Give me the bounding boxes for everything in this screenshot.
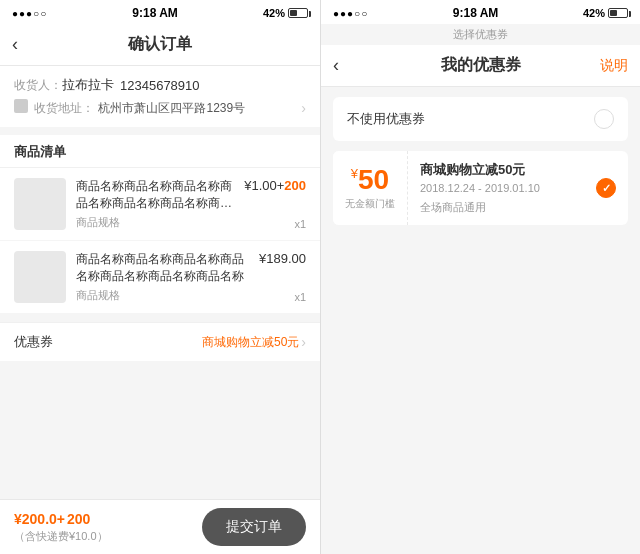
coupon-value-area: 商城购物立减50元 › bbox=[202, 334, 306, 351]
nav-right-label[interactable]: 说明 bbox=[600, 57, 628, 75]
signal-area: ●●●○○ bbox=[12, 8, 47, 19]
price-rmb-1: ¥1.00+ bbox=[244, 178, 284, 193]
total-amount: ¥200.0+ 200 bbox=[14, 511, 108, 527]
right-phone: ●●●○○ 9:18 AM 42% 选择优惠券 ‹ 我的优惠券 说明 不使用优惠… bbox=[320, 0, 640, 554]
time-right: 9:18 AM bbox=[453, 6, 499, 20]
nav-title-left: 确认订单 bbox=[128, 34, 192, 55]
battery-pct-right: 42% bbox=[583, 7, 605, 19]
coupon-card[interactable]: ¥ 50 无金额门槛 商城购物立减50元 2018.12.24 - 2019.0… bbox=[333, 151, 628, 225]
bottom-bar-left: ¥200.0+ 200 （含快递费¥10.0） 提交订单 bbox=[0, 499, 320, 554]
product-qty-1: x1 bbox=[294, 218, 306, 230]
coupon-row[interactable]: 优惠券 商城购物立减50元 › bbox=[0, 322, 320, 361]
address-text: 收货地址： 杭州市萧山区四平路1239号 bbox=[34, 98, 245, 117]
product-price-qty-1: ¥1.00+200 x1 bbox=[238, 178, 306, 230]
price-coin-1: 200 bbox=[284, 178, 306, 193]
products-section-title: 商品清单 bbox=[0, 135, 320, 168]
product-price-1: ¥1.00+200 bbox=[244, 178, 306, 193]
address-icon bbox=[14, 99, 28, 113]
coupon-selection-area: 不使用优惠券 ¥ 50 无金额门槛 商城购物立减50元 2018.12.24 -… bbox=[321, 87, 640, 243]
status-bar-left: ●●●○○ 9:18 AM 42% bbox=[0, 0, 320, 24]
signal-dots-right: ●●●○○ bbox=[333, 8, 368, 19]
battery-icon-right bbox=[608, 8, 628, 18]
spacer bbox=[0, 361, 320, 441]
time-left: 9:18 AM bbox=[132, 6, 178, 20]
recipient-name-row: 收货人： 拉布拉卡 12345678910 bbox=[14, 76, 306, 94]
coupon-symbol: ¥ bbox=[351, 166, 358, 181]
product-price-2: ¥189.00 bbox=[259, 251, 306, 266]
address-value: 杭州市萧山区四平路1239号 bbox=[98, 101, 245, 115]
product-info-2: 商品名称商品名称商品名称商品名称商品名称商品名称商品名称 商品规格 bbox=[76, 251, 246, 303]
no-coupon-option[interactable]: 不使用优惠券 bbox=[333, 97, 628, 141]
right-content: 不使用优惠券 ¥ 50 无金额门槛 商城购物立减50元 2018.12.24 -… bbox=[321, 87, 640, 554]
battery-icon-left bbox=[288, 8, 308, 18]
coupon-date: 2018.12.24 - 2019.01.10 bbox=[420, 182, 572, 194]
address-arrow: › bbox=[301, 100, 306, 116]
address-left: 收货地址： 杭州市萧山区四平路1239号 bbox=[14, 98, 245, 117]
page-subtitle: 选择优惠券 bbox=[321, 24, 640, 45]
back-button-right[interactable]: ‹ bbox=[333, 53, 345, 78]
no-coupon-label: 不使用优惠券 bbox=[347, 110, 425, 128]
recipient-card: 收货人： 拉布拉卡 12345678910 收货地址： 杭州市萧山区四平路123… bbox=[0, 66, 320, 127]
recipient-phone: 12345678910 bbox=[120, 78, 200, 93]
total-rmb: ¥200.0+ bbox=[14, 511, 65, 527]
total-section: ¥200.0+ 200 （含快递费¥10.0） bbox=[14, 511, 108, 544]
address-label: 收货地址： bbox=[34, 101, 94, 115]
signal-dots: ●●●○○ bbox=[12, 8, 47, 19]
status-bar-right: ●●●○○ 9:18 AM 42% bbox=[321, 0, 640, 24]
coupon-scope: 全场商品通用 bbox=[420, 200, 572, 215]
recipient-name: 拉布拉卡 bbox=[62, 76, 114, 94]
product-image-2 bbox=[14, 251, 66, 303]
address-row[interactable]: 收货地址： 杭州市萧山区四平路1239号 › bbox=[14, 98, 306, 117]
total-coin: 200 bbox=[67, 511, 90, 527]
back-button-left[interactable]: ‹ bbox=[12, 32, 24, 57]
total-shipping: （含快递费¥10.0） bbox=[14, 529, 108, 544]
product-item-2: 商品名称商品名称商品名称商品名称商品名称商品名称商品名称 商品规格 ¥189.0… bbox=[0, 241, 320, 314]
coupon-check-icon bbox=[596, 178, 616, 198]
product-item-1: 商品名称商品名称商品名称商品名称商品名称商品名称商品名称 商品规格 ¥1.00+… bbox=[0, 168, 320, 241]
product-spec-1: 商品规格 bbox=[76, 215, 238, 230]
recipient-label: 收货人： bbox=[14, 77, 62, 94]
product-image-1 bbox=[14, 178, 66, 230]
coupon-amount-area: ¥ 50 无金额门槛 bbox=[333, 151, 408, 225]
coupon-amount-display: ¥ 50 bbox=[351, 166, 389, 194]
left-content: 收货人： 拉布拉卡 12345678910 收货地址： 杭州市萧山区四平路123… bbox=[0, 66, 320, 499]
signal-area-right: ●●●○○ bbox=[333, 8, 368, 19]
battery-area-left: 42% bbox=[263, 7, 308, 19]
coupon-value: 商城购物立减50元 bbox=[202, 334, 299, 351]
product-name-2: 商品名称商品名称商品名称商品名称商品名称商品名称商品名称 bbox=[76, 251, 246, 285]
coupon-label: 优惠券 bbox=[14, 333, 53, 351]
nav-bar-right: ‹ 我的优惠券 说明 bbox=[321, 45, 640, 87]
products-section: 商品清单 商品名称商品名称商品名称商品名称商品名称商品名称商品名称 商品规格 ¥… bbox=[0, 135, 320, 314]
coupon-threshold: 无金额门槛 bbox=[345, 197, 395, 211]
coupon-arrow: › bbox=[301, 334, 306, 350]
nav-bar-left: ‹ 确认订单 bbox=[0, 24, 320, 66]
product-qty-2: x1 bbox=[294, 291, 306, 303]
product-info-1: 商品名称商品名称商品名称商品名称商品名称商品名称商品名称 商品规格 bbox=[76, 178, 238, 230]
product-name-1: 商品名称商品名称商品名称商品名称商品名称商品名称商品名称 bbox=[76, 178, 238, 212]
battery-area-right: 42% bbox=[583, 7, 628, 19]
coupon-amount: 50 bbox=[358, 166, 389, 194]
coupon-selected-area bbox=[584, 151, 628, 225]
nav-title-right: 我的优惠券 bbox=[441, 55, 521, 76]
submit-order-button[interactable]: 提交订单 bbox=[202, 508, 306, 546]
battery-fill-right bbox=[610, 10, 617, 16]
battery-fill-left bbox=[290, 10, 297, 16]
battery-pct-left: 42% bbox=[263, 7, 285, 19]
product-spec-2: 商品规格 bbox=[76, 288, 246, 303]
price-rmb-2: ¥189.00 bbox=[259, 251, 306, 266]
coupon-details: 商城购物立减50元 2018.12.24 - 2019.01.10 全场商品通用 bbox=[408, 151, 584, 225]
left-phone: ●●●○○ 9:18 AM 42% ‹ 确认订单 收货人： 拉布拉卡 12345… bbox=[0, 0, 320, 554]
no-coupon-check bbox=[594, 109, 614, 129]
coupon-title: 商城购物立减50元 bbox=[420, 161, 572, 179]
product-price-qty-2: ¥189.00 x1 bbox=[246, 251, 306, 303]
